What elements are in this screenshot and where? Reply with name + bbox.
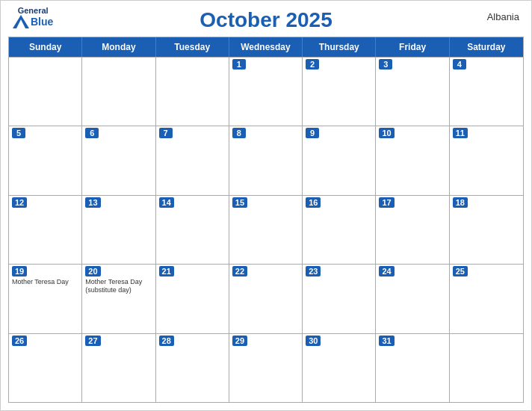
day-cell: 14 xyxy=(156,196,229,264)
day-cell: 8 xyxy=(229,126,303,194)
week-row-4: 19Mother Teresa Day20Mother Teresa Day (… xyxy=(9,264,523,333)
header-tuesday: Tuesday xyxy=(156,37,229,57)
day-number: 12 xyxy=(12,197,27,208)
day-number-empty xyxy=(85,59,99,61)
day-number: 14 xyxy=(159,197,174,208)
day-cell: 31 xyxy=(376,334,449,402)
day-cell: 4 xyxy=(450,58,523,126)
day-number: 7 xyxy=(159,128,173,138)
day-cell: 3 xyxy=(376,58,449,126)
day-number: 18 xyxy=(453,197,468,208)
weeks-container: 12345678910111213141516171819Mother Tere… xyxy=(9,57,523,402)
day-number: 27 xyxy=(85,336,100,346)
country-label: Albania xyxy=(487,11,519,22)
day-number: 26 xyxy=(12,336,27,346)
header-saturday: Saturday xyxy=(450,37,523,57)
day-number: 23 xyxy=(306,266,321,276)
day-number: 8 xyxy=(232,128,246,138)
week-row-2: 567891011 xyxy=(9,126,523,194)
day-number: 30 xyxy=(306,336,321,346)
header-wednesday: Wednesday xyxy=(229,37,303,57)
day-cell: 11 xyxy=(450,126,523,194)
day-cell xyxy=(450,334,523,402)
day-cell: 1 xyxy=(229,58,303,126)
logo: General Blue xyxy=(13,7,53,28)
day-number: 24 xyxy=(379,266,394,276)
day-number: 10 xyxy=(379,128,394,138)
day-number: 19 xyxy=(12,266,27,276)
day-cell: 2 xyxy=(303,58,376,126)
event-label: Mother Teresa Day xyxy=(12,278,78,286)
day-cell: 7 xyxy=(156,126,229,194)
day-number: 31 xyxy=(379,336,394,346)
logo-blue: Blue xyxy=(31,16,53,27)
week-row-1: 1234 xyxy=(9,57,523,126)
day-cell: 22 xyxy=(229,265,303,333)
day-cell: 9 xyxy=(303,126,376,194)
day-number: 5 xyxy=(12,128,25,138)
day-number: 17 xyxy=(379,197,394,208)
page-title: October 2025 xyxy=(200,8,332,32)
day-cell: 17 xyxy=(376,196,449,264)
day-cell: 26 xyxy=(9,334,82,402)
calendar: Sunday Monday Tuesday Wednesday Thursday… xyxy=(8,37,524,403)
day-number: 3 xyxy=(379,59,392,69)
day-cell: 25 xyxy=(450,265,523,333)
week-row-3: 12131415161718 xyxy=(9,195,523,264)
day-number: 9 xyxy=(306,128,319,138)
day-number-empty xyxy=(12,59,25,61)
day-cell: 16 xyxy=(303,196,376,264)
day-cell: 15 xyxy=(229,196,303,264)
day-number: 2 xyxy=(306,59,319,69)
day-number: 15 xyxy=(232,197,247,208)
day-cell: 19Mother Teresa Day xyxy=(9,265,82,333)
day-number: 13 xyxy=(85,197,100,208)
day-number-empty xyxy=(453,336,466,337)
header-sunday: Sunday xyxy=(9,37,82,57)
day-number: 6 xyxy=(85,128,99,138)
header-friday: Friday xyxy=(376,37,449,57)
header-monday: Monday xyxy=(82,37,155,57)
day-number: 25 xyxy=(453,266,468,276)
day-number: 16 xyxy=(306,197,321,208)
day-cell: 29 xyxy=(229,334,303,402)
day-cell: 23 xyxy=(303,265,376,333)
header: General Blue October 2025 Albania xyxy=(1,1,531,37)
day-headers: Sunday Monday Tuesday Wednesday Thursday… xyxy=(9,37,523,57)
day-cell xyxy=(82,58,155,126)
day-cell: 28 xyxy=(156,334,229,402)
day-number-empty xyxy=(159,59,173,61)
day-cell: 5 xyxy=(9,126,82,194)
day-cell: 13 xyxy=(82,196,155,264)
day-number: 1 xyxy=(232,59,246,69)
day-cell: 10 xyxy=(376,126,449,194)
day-number: 22 xyxy=(232,266,247,276)
day-cell: 12 xyxy=(9,196,82,264)
day-cell: 24 xyxy=(376,265,449,333)
day-cell: 6 xyxy=(82,126,155,194)
day-cell: 27 xyxy=(82,334,155,402)
day-cell xyxy=(156,58,229,126)
logo-general: General xyxy=(18,7,49,15)
week-row-5: 262728293031 xyxy=(9,333,523,402)
logo-icon xyxy=(13,15,29,28)
day-cell: 21 xyxy=(156,265,229,333)
header-thursday: Thursday xyxy=(303,37,376,57)
day-number: 28 xyxy=(159,336,174,346)
calendar-page: General Blue October 2025 Albania Sunday… xyxy=(0,0,532,411)
day-number: 4 xyxy=(453,59,466,69)
day-number: 11 xyxy=(453,128,468,138)
day-number: 21 xyxy=(159,266,174,276)
day-cell: 30 xyxy=(303,334,376,402)
day-cell: 20Mother Teresa Day (substitute day) xyxy=(82,265,155,333)
day-cell: 18 xyxy=(450,196,523,264)
day-number: 29 xyxy=(232,336,247,346)
event-label: Mother Teresa Day (substitute day) xyxy=(85,278,152,294)
day-number: 20 xyxy=(85,266,100,276)
day-cell xyxy=(9,58,82,126)
